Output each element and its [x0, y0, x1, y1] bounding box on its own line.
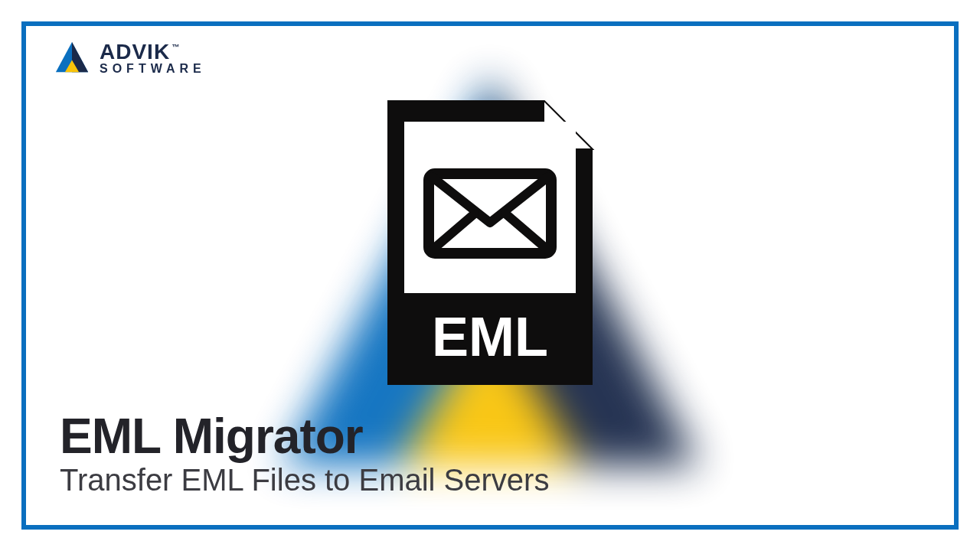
- trademark-symbol: ™: [172, 44, 179, 51]
- file-icon-label: EML: [432, 306, 548, 367]
- brand-logo: ADVIK ™ SOFTWARE: [54, 40, 206, 77]
- brand-name: ADVIK: [100, 42, 170, 63]
- headline-title: EML Migrator: [60, 408, 549, 465]
- eml-file-icon: EML: [381, 100, 599, 391]
- brand-triangle-icon: [54, 40, 90, 77]
- brand-text: ADVIK ™ SOFTWARE: [100, 42, 206, 74]
- headline-subtitle: Transfer EML Files to Email Servers: [60, 463, 549, 497]
- brand-tagline: SOFTWARE: [100, 63, 206, 74]
- promo-card: ADVIK ™ SOFTWARE EML EML Migrator Transf…: [21, 21, 959, 530]
- caption-block: EML Migrator Transfer EML Files to Email…: [60, 408, 549, 497]
